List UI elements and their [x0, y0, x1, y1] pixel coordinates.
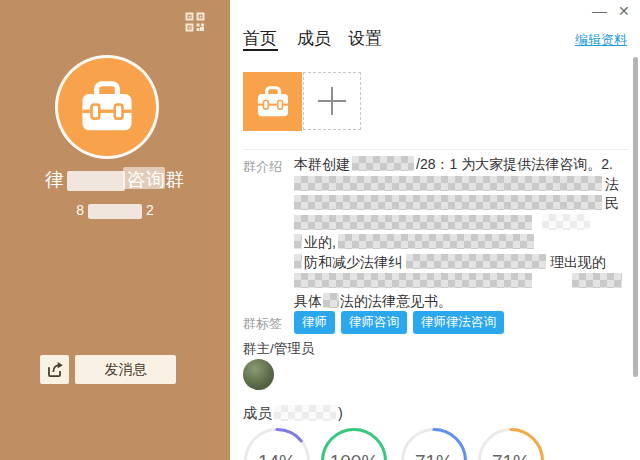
tab-members[interactable]: 成员	[297, 27, 331, 50]
send-message-button[interactable]: 发消息	[75, 355, 176, 384]
stat-ring: 71%	[477, 427, 545, 460]
tags-label: 群标签	[243, 315, 282, 333]
ring-value: 100%	[330, 451, 379, 460]
intro-line: 法	[294, 175, 636, 195]
members-row: 成员)	[243, 404, 343, 423]
owner-label: 群主/管理员	[243, 340, 314, 358]
section-divider	[243, 149, 629, 150]
intro-line: 民	[294, 194, 636, 214]
intro-label: 群介绍	[243, 158, 282, 176]
stat-ring: 14%	[243, 427, 311, 460]
members-label: 成员	[243, 405, 272, 421]
add-avatar-button[interactable]	[303, 72, 361, 130]
share-icon	[45, 360, 64, 379]
briefcase-icon	[254, 83, 292, 121]
main-panel: — ✕ 首页 成员 设置 编辑资料 群介绍 本群创建/28：1 为大家提供法律	[230, 0, 640, 460]
intro-line	[294, 272, 636, 292]
group-name-prefix: 律	[45, 169, 65, 190]
censored-block	[406, 254, 546, 269]
censored-block	[323, 293, 339, 308]
scrollbar-thumb[interactable]	[633, 57, 638, 377]
edit-profile-link[interactable]: 编辑资料	[575, 31, 627, 49]
tags-row: 律师 律师咨询 律师律法咨询	[294, 311, 504, 334]
briefcase-icon	[76, 76, 138, 138]
group-name: 律咨询群	[0, 167, 230, 193]
censored-block	[294, 254, 302, 269]
intro-line: 本群创建/28：1 为大家提供法律咨询。2.	[294, 155, 636, 175]
censored-block	[294, 195, 602, 210]
censored-block	[542, 214, 590, 230]
sidebar: 律咨询群 82 发消息	[0, 0, 230, 460]
tab-settings[interactable]: 设置	[348, 27, 382, 50]
group-name-suffix-wrap: 咨询群	[127, 167, 186, 193]
group-number-prefix: 8	[76, 202, 84, 218]
minimize-icon[interactable]: —	[592, 2, 607, 19]
stat-ring: 71%	[400, 427, 468, 460]
intro-line: 防和减少法律纠理出现的	[294, 253, 636, 273]
censored-block	[274, 405, 336, 421]
tag-item[interactable]: 律师律法咨询	[413, 311, 504, 334]
group-number: 82	[0, 202, 230, 219]
group-number-suffix: 2	[146, 202, 154, 218]
plus-icon	[317, 86, 347, 116]
censored-block	[294, 273, 532, 288]
group-profile-window: 律咨询群 82 发消息 — ✕ 首页 成员 设置 编辑资料	[0, 0, 640, 460]
censored-block	[352, 156, 414, 171]
members-count-suffix: )	[338, 405, 343, 421]
tag-item[interactable]: 律师	[294, 311, 335, 334]
intro-line: 业的,	[294, 233, 636, 253]
tab-home[interactable]: 首页	[243, 27, 277, 50]
owner-avatar[interactable]	[243, 359, 274, 390]
ring-value: 71%	[415, 451, 453, 460]
number-blur-patch	[88, 204, 142, 219]
group-avatar[interactable]	[55, 55, 159, 159]
intro-line: 具体法的法律意见书。	[294, 292, 636, 312]
name-blur-patch	[67, 171, 125, 191]
active-tab-underline	[243, 49, 278, 51]
qr-code-icon[interactable]	[185, 12, 205, 32]
name-blur-patch-2	[123, 167, 165, 189]
tag-item[interactable]: 律师咨询	[341, 311, 407, 334]
censored-block	[294, 215, 532, 230]
avatar-tile-selected[interactable]	[243, 72, 302, 131]
censored-block	[572, 273, 622, 288]
censored-block	[338, 234, 534, 249]
group-intro-text: 本群创建/28：1 为大家提供法律咨询。2. 法 民 业的, 防和减少法律纠理出…	[294, 155, 636, 311]
stat-ring: 100%	[320, 427, 388, 460]
intro-line	[294, 214, 636, 234]
ring-value: 14%	[258, 451, 296, 460]
close-icon[interactable]: ✕	[618, 3, 630, 19]
censored-block	[294, 176, 602, 191]
share-button[interactable]	[40, 355, 69, 384]
censored-block	[294, 234, 302, 249]
ring-value: 71%	[492, 451, 530, 460]
member-stats-rings: 14% 100% 71%	[243, 427, 545, 460]
